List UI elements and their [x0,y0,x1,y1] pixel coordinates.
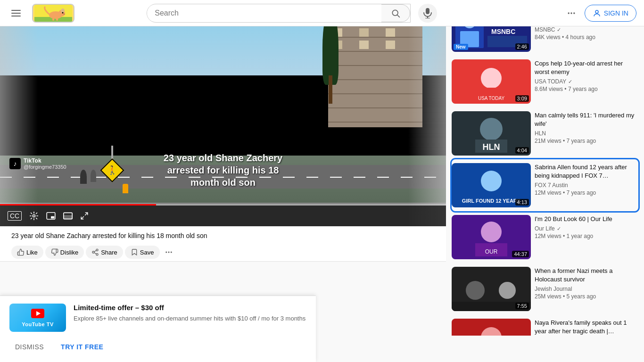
svg-rect-11 [56,18,58,21]
person1 [80,170,87,184]
svg-point-18 [570,12,572,14]
sidebar-video-title: Sabrina Allen found 12 years after being… [535,163,636,180]
sidebar-channel-name: FOX 7 Austin [535,182,636,189]
fire-hydrant [123,184,128,193]
sidebar-video-meta: 12M views • 7 years ago [535,189,636,196]
sidebar-item[interactable]: HLN4:04Man calmly tells 911: 'I murdered… [452,107,638,159]
video-duration: 4:04 [515,147,529,154]
like-label: Like [26,249,38,256]
new-badge: New [454,44,468,50]
sidebar-item[interactable]: 7:55When a former Nazi meets a Holocaust… [452,263,638,315]
content-area: 🚶 ♪ TikTok @forgingme73350 [0,0,644,336]
sidebar-video-meta: 21M views • 7 years ago [535,138,636,144]
tree-trunk [329,75,332,104]
like-button[interactable]: Like [11,246,43,259]
video-player[interactable]: 🚶 ♪ TikTok @forgingme73350 [0,0,446,226]
save-button[interactable]: Save [125,246,160,259]
sidebar-video-title: I'm 20 But Look 60 | Our Life [535,215,636,223]
theater-button[interactable] [61,210,74,222]
svg-point-33 [165,252,167,253]
verified-icon: ✓ [568,79,572,85]
svg-line-13 [397,15,400,17]
svg-rect-0 [11,10,21,11]
channel-label: MSNBC [535,26,555,33]
window [359,28,369,37]
sign-in-button[interactable]: SIGN IN [585,5,636,22]
ad-description: Explore 85+ live channels and on-demand … [74,314,306,323]
svg-text:GIRL FOUND 12 YEARS: GIRL FOUND 12 YEARS [462,198,520,204]
channel-label: Our Life [535,225,555,232]
fullscreen-button[interactable] [78,210,91,222]
sidebar-item[interactable]: USA TODAY3:09Cops help 10-year-old arres… [452,56,638,107]
share-button[interactable]: Share [86,246,123,259]
tiktok-icon: ♪ [14,160,17,167]
save-label: Save [140,249,154,256]
svg-point-21 [33,215,35,217]
overlay-line3: month old son [164,176,282,189]
people-silhouettes [80,170,96,184]
search-button[interactable] [381,4,410,22]
search-input[interactable] [147,5,381,21]
header-right: SIGN IN [562,4,636,23]
video-duration: 2:46 [515,43,529,50]
windows [333,28,408,49]
hydrant-body [123,184,128,193]
dislike-button[interactable]: Dislike [45,246,84,259]
person2 [91,170,96,182]
svg-text:USA TODAY: USA TODAY [478,96,504,101]
ad-content: Limited-time offer – $30 off Explore 85+… [74,304,306,323]
menu-button[interactable] [8,6,25,20]
dislike-label: Dislike [60,249,78,256]
sidebar-video-meta: 84K views • 4 hours ago [535,34,636,41]
mic-button[interactable] [418,4,437,23]
sign-diamond: 🚶 [100,158,124,182]
sidebar-channel-name: HLN [535,130,636,137]
youtube-icon [31,309,44,321]
sidebar-item[interactable]: OUR44:37I'm 20 But Look 60 | Our LifeOur… [452,211,638,263]
more-button[interactable] [162,245,176,259]
svg-point-8 [62,12,64,13]
settings-button[interactable] [27,209,41,222]
svg-line-27 [81,217,83,219]
window [386,41,395,49]
ad-banner-content: YouTube TV Limited-time offer – $30 off … [9,304,306,332]
svg-rect-25 [64,215,72,219]
sidebar-video-info: When a former Nazi meets a Holocaust sur… [535,267,638,311]
cc-button[interactable]: CC [6,209,24,222]
video-text-overlay: 23 year old Shane Zachery arrested for k… [164,152,282,189]
video-info: 23 year old Shane Zachary arrested for k… [0,226,446,243]
more-options-button[interactable] [562,4,581,23]
share-label: Share [101,249,117,256]
sign-symbol: 🚶 [105,163,120,178]
svg-rect-23 [51,216,54,219]
sidebar-channel-name: USA TODAY ✓ [535,78,636,85]
video-title: 23 year old Shane Zachary arrested for k… [11,232,435,239]
logo[interactable] [32,4,74,23]
verified-icon: ✓ [557,226,561,232]
svg-point-51 [481,171,502,191]
tiktok-username: @forgingme73350 [24,164,66,170]
svg-point-29 [92,251,94,253]
sidebar-item[interactable]: GIRL FOUND 12 YEARS4:13Sabrina Allen fou… [452,159,638,211]
svg-rect-10 [52,18,54,21]
sidebar-video-meta: 25M views • 5 years ago [535,293,636,300]
sidebar-video-info: Man calmly tells 911: 'I murdered my wif… [535,111,638,156]
header-center [127,4,457,23]
sidebar-channel-name: MSNBC ✓ [535,26,636,33]
sidebar-video-info: Sabrina Allen found 12 years after being… [535,163,638,207]
ad-title: Limited-time offer – $30 off [74,304,306,312]
tiktok-logo: ♪ [9,158,21,169]
svg-point-35 [170,252,172,253]
window [359,41,369,49]
svg-point-30 [96,254,98,255]
verified-icon: ✓ [557,27,561,33]
video-duration: 44:37 [512,251,529,257]
svg-text:OUR: OUR [485,248,498,255]
ad-logo-text: YouTube TV [22,321,54,327]
window [386,28,395,37]
logo-image [32,4,74,23]
miniplayer-button[interactable] [44,210,58,222]
svg-point-55 [481,222,502,242]
channel-label: HLN [535,130,546,137]
sidebar-item[interactable]: GMA5:22Naya Rivera's family speaks out 1… [452,315,638,336]
